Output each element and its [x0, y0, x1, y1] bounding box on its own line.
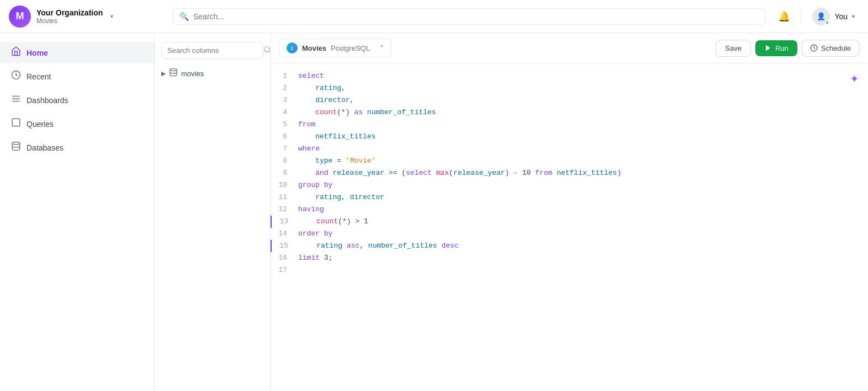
code-line: 10group by	[271, 179, 868, 191]
org-subtitle: Movies	[36, 17, 103, 25]
global-search[interactable]: 🔍	[172, 8, 765, 25]
token-kw: desc	[437, 242, 459, 250]
line-content: from	[298, 119, 868, 131]
line-number: 2	[271, 82, 298, 94]
divider	[801, 10, 801, 23]
token-id: rating, director	[298, 193, 384, 201]
sidebar-item-home-label: Home	[27, 49, 48, 57]
token-plain: ,	[359, 242, 368, 250]
svg-point-8	[170, 68, 177, 71]
clock-icon	[11, 70, 21, 83]
user-name: You	[834, 12, 848, 21]
line-number: 10	[271, 179, 298, 191]
code-line: 2 rating,	[271, 82, 868, 94]
search-columns-icon	[263, 46, 271, 55]
token-id: rating,	[298, 84, 346, 92]
code-line: 13 count(*) > 1	[271, 216, 868, 228]
table-expand-icon: ▶	[161, 70, 166, 77]
token-plain: (	[449, 169, 453, 177]
tab-dialect: PostgreSQL	[331, 44, 370, 52]
token-plain: =	[332, 157, 345, 165]
svg-point-6	[264, 47, 269, 52]
code-editor[interactable]: ✦ 1select2 rating,3 director,4 count(*) …	[271, 63, 868, 391]
sidebar-item-queries[interactable]: Queries	[0, 113, 154, 135]
notifications-button[interactable]: 🔔	[774, 7, 794, 26]
search-columns-container[interactable]	[161, 42, 263, 59]
token-kw: group by	[298, 181, 332, 189]
line-content: limit 3;	[298, 252, 868, 264]
search-columns-input[interactable]	[167, 46, 260, 55]
line-content: netflix_titles	[298, 131, 868, 143]
code-line: 14order by	[271, 228, 868, 240]
table-db-icon	[169, 68, 178, 79]
table-item-movies[interactable]: ▶ movies	[161, 66, 263, 81]
line-number: 9	[271, 167, 298, 179]
tab-chevron-icon: ⌃	[379, 44, 384, 52]
sidebar-item-home[interactable]: Home	[0, 42, 154, 63]
sidebar-item-databases[interactable]: Databases	[0, 137, 154, 158]
sidebar-item-recent-label: Recent	[27, 72, 51, 81]
token-plain: (*)	[337, 108, 354, 116]
home-icon	[11, 46, 21, 59]
org-chevron-icon[interactable]: ▾	[110, 13, 113, 19]
magic-wand-icon[interactable]: ✦	[850, 72, 859, 85]
run-button[interactable]: Run	[755, 40, 797, 56]
avatar: 👤	[812, 8, 830, 25]
editor-actions: Save Run Schedule	[716, 40, 859, 57]
line-content: and release_year >= (select max(release_…	[298, 167, 868, 179]
line-content: where	[298, 143, 868, 155]
line-number: 7	[271, 143, 298, 155]
token-kw: where	[298, 144, 320, 153]
search-input[interactable]	[193, 12, 758, 21]
editor-tab[interactable]: i Movies PostgreSQL ⌃	[279, 39, 391, 57]
token-fn: count	[298, 108, 337, 116]
token-id: type	[298, 157, 332, 165]
topbar: M Your Organization Movies ▾ 🔍 🔔 👤 You ▾	[0, 0, 868, 33]
token-plain: >= (	[384, 169, 406, 177]
line-content: group by	[298, 179, 868, 191]
topbar-right: 🔔 👤 You ▾	[774, 6, 859, 28]
sidebar-item-dashboards[interactable]: Dashboards	[0, 89, 154, 111]
line-content: count(*) as number_of_titles	[298, 106, 868, 119]
code-line: 6 netflix_titles	[271, 131, 868, 143]
token-plain: ) - 10	[505, 169, 536, 177]
sidebar-item-recent[interactable]: Recent	[0, 66, 154, 87]
line-content: rating asc, number_of_titles desc	[299, 240, 868, 252]
token-str: 'Movie'	[346, 157, 376, 165]
main-layout: Home Recent Dashboards Queries Databases	[0, 33, 868, 391]
code-line: 1select	[271, 70, 868, 82]
line-content: rating,	[298, 82, 868, 94]
code-line: 9 and release_year >= (select max(releas…	[271, 167, 868, 179]
token-kw: as	[354, 108, 363, 116]
line-number: 11	[271, 191, 298, 203]
line-content: select	[298, 70, 868, 82]
avatar-initials: 👤	[817, 12, 825, 20]
org-info: Your Organization Movies	[36, 8, 103, 25]
databases-icon	[11, 141, 21, 154]
user-menu-button[interactable]: 👤 You ▾	[808, 6, 859, 28]
line-number: 17	[271, 264, 298, 276]
token-kw: order by	[298, 229, 332, 238]
svg-marker-9	[766, 45, 770, 51]
sidebar-item-databases-label: Databases	[27, 143, 63, 152]
tab-name: Movies	[302, 44, 326, 52]
tab-db-icon: i	[287, 42, 298, 53]
columns-panel: ▶ movies	[155, 33, 271, 391]
schedule-button[interactable]: Schedule	[802, 40, 859, 57]
line-content: order by	[298, 228, 868, 240]
line-number: 5	[271, 119, 298, 131]
svg-line-7	[269, 51, 271, 53]
code-line: 8 type = 'Movie'	[271, 155, 868, 167]
token-id: director,	[298, 96, 354, 104]
line-number: 3	[271, 94, 298, 106]
token-kw: asc	[342, 242, 359, 250]
token-kw: and	[298, 169, 329, 177]
code-line: 11 rating, director	[271, 191, 868, 203]
code-line: 17	[271, 264, 868, 276]
line-number: 13	[272, 216, 299, 228]
token-kw: from	[298, 120, 315, 128]
save-button[interactable]: Save	[716, 40, 751, 57]
org-logo: M	[9, 6, 31, 28]
token-kw: select	[406, 169, 432, 177]
token-kw: from	[535, 169, 552, 177]
